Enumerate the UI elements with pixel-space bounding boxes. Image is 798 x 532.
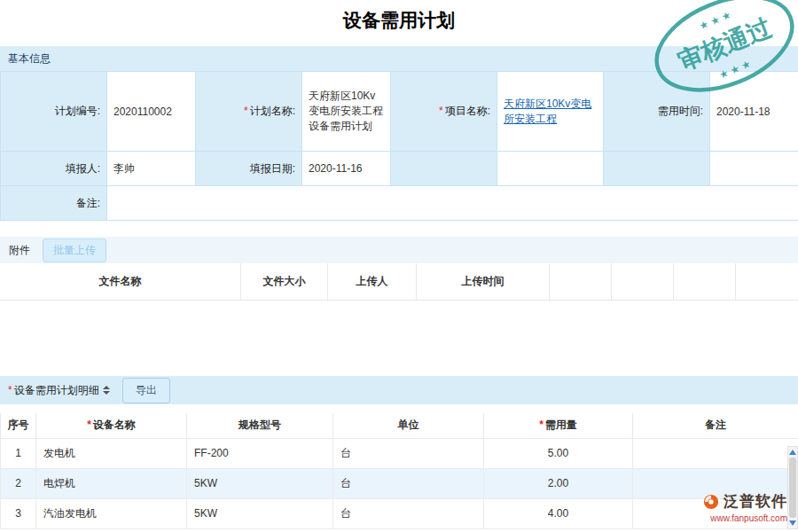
attachments-empty-area <box>0 301 798 349</box>
empty-value-cell <box>710 152 798 186</box>
table-row: 3 汽油发电机 5KW 台 4.00 <box>1 498 798 528</box>
attachment-col-empty <box>736 263 798 300</box>
cell-qty: 5.00 <box>484 438 633 468</box>
remark-value <box>107 186 798 221</box>
cell-unit: 台 <box>333 438 484 468</box>
vendor-logo: 泛普软件 www.fanpusoft.com <box>703 491 787 523</box>
attachment-col-file-size: 文件大小 <box>241 263 328 300</box>
attachment-col-empty <box>612 263 674 300</box>
required-icon: * <box>87 419 91 431</box>
project-name-label: *项目名称: <box>391 72 497 152</box>
plan-name-value: 天府新区10Kv变电所安装工程设备需用计划 <box>302 72 391 152</box>
cell-name: 汽油发电机 <box>36 498 187 528</box>
sort-icon[interactable] <box>103 386 110 395</box>
project-name-value: 天府新区10Kv变电所安装工程 <box>497 72 604 152</box>
plan-no-label: 计划编号: <box>1 72 107 152</box>
required-icon: * <box>8 384 12 396</box>
attachments-section: 附件 批量上传 文件名称 文件大小 上传人 上传时间 <box>0 237 798 349</box>
vendor-url: www.fanpusoft.com <box>703 513 787 523</box>
cell-model: 5KW <box>187 468 333 498</box>
attachment-col-empty <box>550 263 612 300</box>
cell-model: FF-200 <box>187 438 333 468</box>
col-header-remark: 备注 <box>633 413 798 438</box>
cell-unit: 台 <box>333 498 484 528</box>
vertical-scrollbar[interactable] <box>787 446 798 529</box>
project-link[interactable]: 天府新区10Kv变电所安装工程 <box>504 98 591 125</box>
attachment-col-empty <box>674 263 736 300</box>
need-time-value: 2020-11-18 <box>710 72 798 152</box>
attachments-table-header: 文件名称 文件大小 上传人 上传时间 <box>0 263 798 301</box>
plan-no-value: 2020110002 <box>107 72 196 152</box>
vendor-name: 泛普软件 <box>724 491 787 512</box>
col-header-model: 规格型号 <box>187 413 333 438</box>
required-icon: * <box>539 419 544 431</box>
col-header-qty: *需用量 <box>484 413 633 438</box>
equipment-plan-page: 设备需用计划 审核通过 ★ ★ ★ ★ ★ ★ 基本信息 计划编号: 20201… <box>0 0 798 532</box>
cell-unit: 台 <box>333 468 484 498</box>
report-date-label: 填报日期: <box>196 152 302 186</box>
cell-seq: 2 <box>1 468 36 498</box>
empty-value-cell <box>497 152 604 186</box>
required-icon: * <box>244 105 248 117</box>
batch-upload-button[interactable]: 批量上传 <box>43 239 106 262</box>
cell-seq: 3 <box>1 498 36 528</box>
scroll-up-arrow-icon[interactable] <box>789 450 796 455</box>
attachment-col-uploader: 上传人 <box>328 263 417 300</box>
plan-name-label: *计划名称: <box>196 72 302 152</box>
details-section: * 设备需用计划明细 导出 序号 *设备名称 规格型号 单位 *需用量 备注 <box>0 376 798 529</box>
export-button[interactable]: 导出 <box>122 378 170 403</box>
col-header-name: *设备名称 <box>36 413 187 438</box>
required-icon: * <box>439 105 443 117</box>
report-date-value: 2020-11-16 <box>302 152 391 186</box>
scrollbar-thumb[interactable] <box>789 458 796 518</box>
cell-remark <box>633 438 798 468</box>
remark-label: 备注: <box>1 186 107 221</box>
cell-seq: 1 <box>1 438 36 468</box>
cell-qty: 4.00 <box>484 498 633 528</box>
scroll-down-arrow-icon[interactable] <box>789 520 796 526</box>
attachments-title: 附件 <box>9 243 30 258</box>
basic-info-section-header: 基本信息 <box>0 46 798 71</box>
empty-label-cell <box>391 152 497 186</box>
cell-model: 5KW <box>187 498 333 528</box>
col-header-seq: 序号 <box>1 413 36 438</box>
empty-label-cell <box>604 152 710 186</box>
need-time-label: 需用时间: <box>604 72 710 152</box>
cell-name: 发电机 <box>36 438 187 468</box>
details-section-header: * 设备需用计划明细 导出 <box>0 376 798 404</box>
details-table: 序号 *设备名称 规格型号 单位 *需用量 备注 1 发电机 FF-200 台 … <box>0 413 798 529</box>
cell-name: 电焊机 <box>36 468 187 498</box>
details-header-row: 序号 *设备名称 规格型号 单位 *需用量 备注 <box>1 413 798 438</box>
details-title: 设备需用计划明细 <box>14 383 99 398</box>
fanpu-logo-icon <box>703 494 719 510</box>
basic-info-table: 计划编号: 2020110002 *计划名称: 天府新区10Kv变电所安装工程设… <box>0 71 798 221</box>
attachment-col-upload-time: 上传时间 <box>417 263 550 300</box>
attachments-section-header: 附件 批量上传 <box>0 237 798 263</box>
page-title: 设备需用计划 <box>0 0 798 46</box>
col-header-unit: 单位 <box>333 413 484 438</box>
table-row: 2 电焊机 5KW 台 2.00 <box>1 468 798 498</box>
reporter-value: 李帅 <box>107 152 196 186</box>
cell-qty: 2.00 <box>484 468 633 498</box>
attachment-col-file-name: 文件名称 <box>0 263 241 300</box>
basic-info-title: 基本信息 <box>8 51 51 66</box>
reporter-label: 填报人: <box>1 152 107 186</box>
table-row: 1 发电机 FF-200 台 5.00 <box>1 438 798 468</box>
